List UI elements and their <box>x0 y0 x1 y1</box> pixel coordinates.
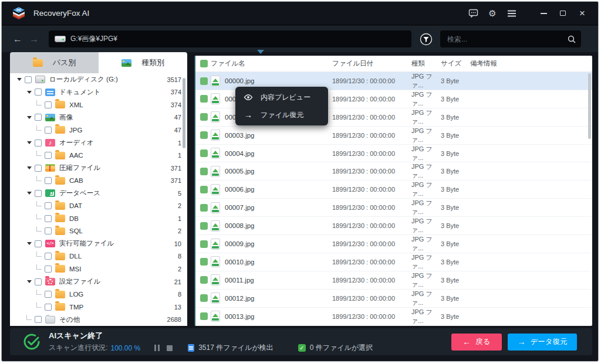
row-checkbox[interactable] <box>200 222 208 230</box>
tree-checkbox[interactable] <box>45 304 52 311</box>
tree-checkbox[interactable] <box>45 101 52 108</box>
stop-icon[interactable] <box>167 345 173 351</box>
tree-item[interactable]: 画像47 <box>10 111 187 124</box>
tree-checkbox[interactable] <box>35 278 42 285</box>
menu-item-recover[interactable]: → ファイル復元 <box>235 106 328 124</box>
tree-checkbox[interactable] <box>45 152 52 159</box>
tree-checkbox[interactable] <box>25 76 32 83</box>
table-row[interactable]: 00005.jpg1899/12/30 : 00:00:00JPG ファ...3… <box>195 162 592 181</box>
table-row[interactable]: 00012.jpg1899/12/30 : 00:00:00JPG ファ...3… <box>195 290 592 308</box>
tree-item[interactable]: 設定ファイル21 <box>10 275 187 288</box>
tree-checkbox[interactable] <box>45 227 52 234</box>
table-row[interactable]: 00003.jpg1899/12/30 : 00:00:00JPG ファ...3… <box>195 127 592 145</box>
tree-item[interactable]: AAC1 <box>10 149 187 162</box>
table-scrollbar-thumb[interactable] <box>588 73 591 139</box>
tree-item[interactable]: ドキュメント374 <box>10 86 187 99</box>
tree-checkbox[interactable] <box>35 240 42 247</box>
tree-item[interactable]: SQL2 <box>10 225 187 238</box>
tree-item[interactable]: データベース5 <box>10 187 187 200</box>
tree-checkbox[interactable] <box>45 202 52 209</box>
expander-icon[interactable] <box>27 141 32 144</box>
column-header-size[interactable]: サイズ <box>441 59 470 68</box>
tree-item[interactable]: DB1 <box>10 212 187 225</box>
back-nav-button[interactable]: ← <box>11 33 24 46</box>
expander-icon[interactable] <box>17 78 22 81</box>
table-row[interactable]: 00004.jpg1899/12/30 : 00:00:00JPG ファ...3… <box>195 145 592 163</box>
tree-checkbox[interactable] <box>35 114 42 121</box>
tree-checkbox[interactable] <box>35 165 42 172</box>
close-button[interactable]: × <box>575 6 590 21</box>
tree-item[interactable]: MSI2 <box>10 263 187 275</box>
back-button[interactable]: ← 戻る <box>451 334 502 351</box>
tree-item[interactable]: DLL8 <box>10 250 187 263</box>
path-bar[interactable]: G:¥画像¥JPG¥ <box>49 30 411 47</box>
expander-icon[interactable] <box>27 242 32 245</box>
search-icon[interactable] <box>567 35 576 44</box>
expander-icon[interactable] <box>27 192 32 195</box>
search-input[interactable] <box>447 35 567 43</box>
row-checkbox[interactable] <box>200 95 208 103</box>
menu-button[interactable] <box>504 6 519 21</box>
tree-item[interactable]: オーディオ1 <box>10 137 187 149</box>
expander-icon[interactable] <box>27 166 32 169</box>
tree-item[interactable]: LOG8 <box>10 288 187 301</box>
table-row[interactable]: 00007.jpg1899/12/30 : 00:00:00JPG ファ...3… <box>195 199 592 217</box>
minimize-button[interactable] <box>536 6 551 21</box>
tree-item[interactable]: 圧縮ファイル371 <box>10 162 187 175</box>
forward-nav-button[interactable]: → <box>28 33 40 46</box>
table-row[interactable]: 00008.jpg1899/12/30 : 00:00:00JPG ファ...3… <box>195 217 592 235</box>
column-header-remark[interactable]: 備考情報 <box>470 59 592 68</box>
table-row[interactable]: 00009.jpg1899/12/30 : 00:00:00JPG ファ...3… <box>195 235 592 253</box>
tree-checkbox[interactable] <box>45 127 52 134</box>
tree-item[interactable]: ローカルディスク (G:)3517 <box>10 73 187 86</box>
tree-checkbox[interactable] <box>45 177 52 184</box>
tree-checkbox[interactable] <box>45 215 52 222</box>
tree-checkbox[interactable] <box>45 291 52 298</box>
expander-icon[interactable] <box>27 280 32 283</box>
tab-by-path[interactable]: パス別 <box>10 52 99 73</box>
table-row[interactable]: 00011.jpg1899/12/30 : 00:00:00JPG ファ...3… <box>195 271 592 290</box>
sort-indicator-icon[interactable] <box>257 50 264 54</box>
filter-button[interactable] <box>419 32 433 46</box>
row-checkbox[interactable] <box>200 131 208 139</box>
pause-icon[interactable] <box>154 345 160 351</box>
row-checkbox[interactable] <box>200 113 208 121</box>
column-header-date[interactable]: ファイル日付 <box>332 59 411 68</box>
row-checkbox[interactable] <box>200 149 208 157</box>
row-checkbox[interactable] <box>200 77 208 85</box>
tree-checkbox[interactable] <box>45 266 52 273</box>
tree-checkbox[interactable] <box>35 316 42 323</box>
tree-item[interactable]: その他2688 <box>10 313 187 326</box>
maximize-button[interactable] <box>555 6 570 21</box>
table-row[interactable]: 00013.jpg1899/12/30 : 00:00:00JPG ファ...3… <box>195 308 592 326</box>
row-checkbox[interactable] <box>200 276 208 284</box>
row-checkbox[interactable] <box>200 240 208 248</box>
sidebar-scrollbar-thumb[interactable] <box>183 78 185 148</box>
row-checkbox[interactable] <box>200 294 208 302</box>
tree-item[interactable]: TMP13 <box>10 301 187 314</box>
tree-checkbox[interactable] <box>35 140 42 147</box>
column-header-name[interactable]: ファイル名 <box>211 59 332 68</box>
row-checkbox[interactable] <box>200 186 208 193</box>
recover-data-button[interactable]: → データ復元 <box>508 334 577 351</box>
select-all-checkbox[interactable] <box>200 60 208 67</box>
column-header-type[interactable]: 種類 <box>411 59 441 68</box>
table-row[interactable]: 00006.jpg1899/12/30 : 00:00:00JPG ファ...3… <box>195 181 592 199</box>
row-checkbox[interactable] <box>200 258 208 266</box>
row-checkbox[interactable] <box>200 312 208 320</box>
row-checkbox[interactable] <box>200 204 208 212</box>
tab-by-type[interactable]: 種類別 <box>99 52 187 73</box>
tree-checkbox[interactable] <box>35 190 42 197</box>
expander-icon[interactable] <box>27 116 32 119</box>
tree-checkbox[interactable] <box>35 89 42 96</box>
tree-item[interactable]: 実行可能ファイル10 <box>10 237 187 250</box>
tree-item[interactable]: CAB371 <box>10 174 187 187</box>
tree-item[interactable]: XML374 <box>10 98 187 111</box>
expander-icon[interactable] <box>27 91 32 94</box>
tree-item[interactable]: JPG47 <box>10 124 187 137</box>
tree-item[interactable]: DAT2 <box>10 199 187 212</box>
tree-checkbox[interactable] <box>45 253 52 260</box>
table-row[interactable]: 00010.jpg1899/12/30 : 00:00:00JPG ファ...3… <box>195 253 592 271</box>
menu-item-preview[interactable]: 内容プレビュー <box>235 89 328 106</box>
settings-button[interactable]: ⚙ <box>485 6 500 21</box>
